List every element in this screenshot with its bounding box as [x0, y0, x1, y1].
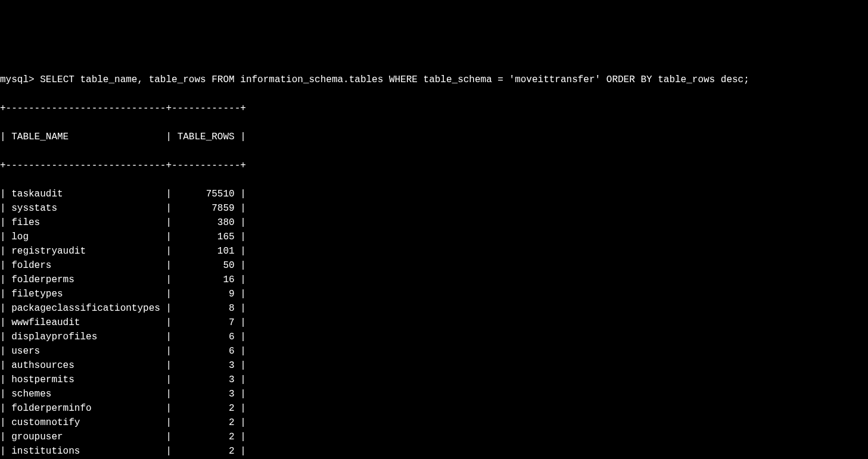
table-row: | institutions | 2 |	[0, 444, 868, 458]
table-row: | files | 380 |	[0, 216, 868, 230]
table-row: | authsources | 3 |	[0, 358, 868, 373]
table-data-rows: | taskaudit | 75510 || sysstats | 7859 |…	[0, 187, 868, 459]
table-row: | folders | 50 |	[0, 258, 868, 273]
table-border-top: +----------------------------+----------…	[0, 101, 868, 115]
table-row: | displayprofiles | 6 |	[0, 330, 868, 344]
table-row: | registryaudit | 101 |	[0, 244, 868, 258]
mysql-terminal[interactable]: mysql> SELECT table_name, table_rows FRO…	[0, 57, 868, 459]
table-row: | customnotify | 2 |	[0, 416, 868, 430]
table-row: | groupuser | 2 |	[0, 430, 868, 444]
table-row: | filetypes | 9 |	[0, 287, 868, 301]
table-header-row: | TABLE_NAME | TABLE_ROWS |	[0, 130, 868, 144]
mysql-prompt: mysql>	[0, 74, 40, 85]
table-border-mid: +----------------------------+----------…	[0, 158, 868, 173]
table-row: | taskaudit | 75510 |	[0, 187, 868, 201]
table-row: | sysstats | 7859 |	[0, 201, 868, 216]
prompt-line: mysql> SELECT table_name, table_rows FRO…	[0, 73, 868, 87]
table-row: | users | 6 |	[0, 344, 868, 358]
table-row: | packageclassificationtypes | 8 |	[0, 301, 868, 316]
table-row: | log | 165 |	[0, 230, 868, 244]
table-row: | folderperminfo | 2 |	[0, 401, 868, 416]
table-row: | folderperms | 16 |	[0, 273, 868, 287]
table-row: | wwwfileaudit | 7 |	[0, 316, 868, 330]
sql-query: SELECT table_name, table_rows FROM infor…	[40, 74, 749, 85]
table-row: | schemes | 3 |	[0, 387, 868, 401]
table-row: | hostpermits | 3 |	[0, 373, 868, 387]
